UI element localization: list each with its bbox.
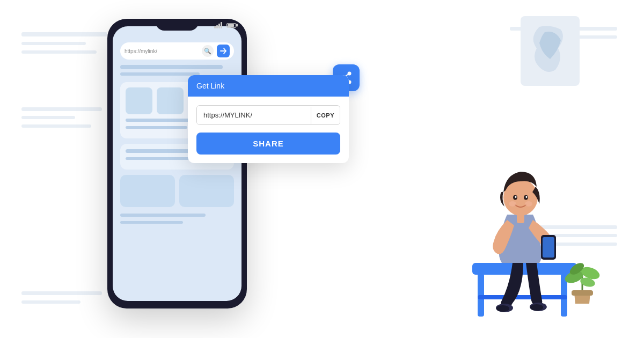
bg-line-1	[21, 32, 107, 36]
svg-rect-23	[517, 214, 524, 223]
bg-line-12	[21, 291, 102, 295]
get-link-modal: Get Link COPY SHARE	[188, 75, 349, 163]
svg-rect-24	[572, 290, 593, 296]
scene: https://mylink/ 🔍	[0, 0, 644, 338]
url-share-button[interactable]	[217, 45, 230, 57]
phone: https://mylink/ 🔍	[107, 19, 247, 319]
link-input-row: COPY	[196, 105, 340, 125]
search-icon[interactable]: 🔍	[202, 45, 214, 57]
person-illustration	[462, 118, 580, 306]
bg-line-7	[510, 27, 617, 31]
share-button[interactable]: SHARE	[196, 133, 340, 155]
svg-point-22	[525, 201, 532, 207]
card-thumbnail	[126, 87, 152, 114]
bg-line-4	[21, 107, 102, 111]
bg-line-5	[21, 116, 75, 119]
svg-point-20	[526, 196, 528, 198]
svg-point-13	[530, 304, 543, 311]
bg-line-3	[21, 50, 97, 54]
bg-line-13	[21, 300, 80, 304]
link-input[interactable]	[197, 106, 311, 124]
svg-rect-8	[472, 263, 577, 275]
svg-rect-15	[543, 237, 554, 258]
url-bar-area: https://mylink/ 🔍	[120, 42, 234, 60]
modal-header: Get Link	[188, 75, 349, 97]
bg-line-2	[21, 42, 86, 45]
bg-image-placeholder	[521, 16, 580, 86]
phone-notch	[156, 19, 199, 31]
phone-body: https://mylink/ 🔍	[107, 19, 247, 308]
svg-rect-9	[478, 295, 567, 299]
bg-line-6	[21, 124, 91, 128]
plant-decoration	[564, 258, 601, 308]
bg-line-8	[531, 35, 617, 39]
url-bar: https://mylink/ 🔍	[120, 42, 234, 60]
svg-point-19	[515, 196, 517, 198]
svg-point-21	[509, 201, 516, 207]
copy-button[interactable]: COPY	[311, 107, 340, 124]
url-text: https://mylink/	[125, 48, 199, 54]
svg-point-12	[496, 305, 509, 312]
phone-screen: https://mylink/ 🔍	[113, 26, 241, 301]
modal-body: COPY SHARE	[188, 97, 349, 163]
card-thumbnail-2	[157, 87, 184, 114]
modal-title: Get Link	[196, 82, 224, 90]
